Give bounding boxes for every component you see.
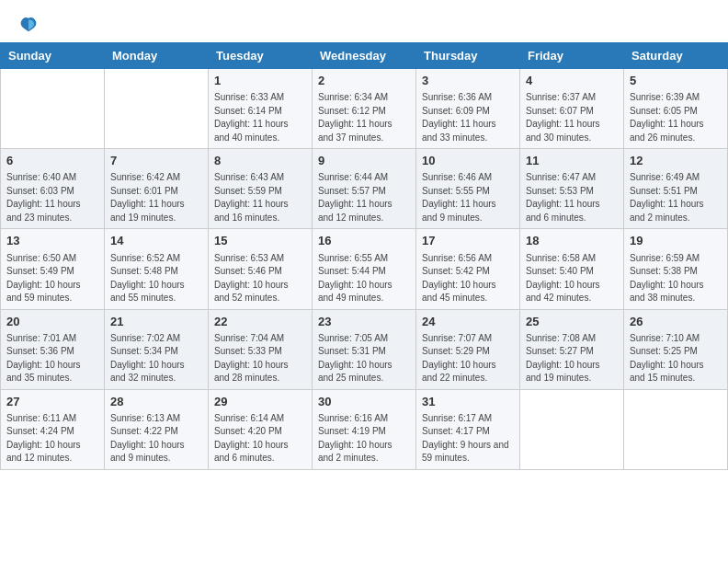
calendar-cell: 19Sunrise: 6:59 AM Sunset: 5:38 PM Dayli…	[624, 229, 728, 309]
day-info: Sunrise: 6:55 AM Sunset: 5:44 PM Dayligh…	[318, 252, 410, 305]
day-info: Sunrise: 6:40 AM Sunset: 6:03 PM Dayligh…	[6, 171, 98, 224]
calendar-cell	[520, 389, 624, 469]
calendar-cell: 14Sunrise: 6:52 AM Sunset: 5:48 PM Dayli…	[105, 229, 209, 309]
day-number: 16	[318, 233, 410, 249]
calendar-cell: 28Sunrise: 6:13 AM Sunset: 4:22 PM Dayli…	[105, 389, 209, 469]
day-number: 28	[110, 394, 202, 410]
day-number: 21	[110, 314, 202, 330]
logo	[18, 15, 42, 35]
day-info: Sunrise: 6:16 AM Sunset: 4:19 PM Dayligh…	[318, 412, 410, 465]
day-info: Sunrise: 6:34 AM Sunset: 6:12 PM Dayligh…	[318, 91, 410, 144]
day-number: 23	[318, 314, 410, 330]
calendar-cell: 10Sunrise: 6:46 AM Sunset: 5:55 PM Dayli…	[416, 149, 520, 229]
header-day: Friday	[520, 43, 624, 69]
day-number: 24	[422, 314, 514, 330]
day-info: Sunrise: 6:17 AM Sunset: 4:17 PM Dayligh…	[422, 412, 514, 465]
day-info: Sunrise: 6:43 AM Sunset: 5:59 PM Dayligh…	[214, 171, 306, 224]
day-number: 25	[526, 314, 618, 330]
day-info: Sunrise: 7:04 AM Sunset: 5:33 PM Dayligh…	[214, 332, 306, 385]
day-number: 2	[318, 73, 410, 89]
calendar-cell: 29Sunrise: 6:14 AM Sunset: 4:20 PM Dayli…	[209, 389, 313, 469]
calendar-table: SundayMondayTuesdayWednesdayThursdayFrid…	[0, 42, 728, 470]
calendar-cell: 1Sunrise: 6:33 AM Sunset: 6:14 PM Daylig…	[209, 69, 313, 149]
calendar-cell: 8Sunrise: 6:43 AM Sunset: 5:59 PM Daylig…	[209, 149, 313, 229]
day-info: Sunrise: 6:44 AM Sunset: 5:57 PM Dayligh…	[318, 171, 410, 224]
calendar-cell: 25Sunrise: 7:08 AM Sunset: 5:27 PM Dayli…	[520, 309, 624, 389]
calendar-cell: 31Sunrise: 6:17 AM Sunset: 4:17 PM Dayli…	[416, 389, 520, 469]
day-number: 12	[630, 153, 722, 169]
day-number: 31	[422, 394, 514, 410]
calendar-cell: 5Sunrise: 6:39 AM Sunset: 6:05 PM Daylig…	[624, 69, 728, 149]
day-number: 11	[526, 153, 618, 169]
logo-icon	[18, 15, 39, 35]
day-info: Sunrise: 7:05 AM Sunset: 5:31 PM Dayligh…	[318, 332, 410, 385]
calendar-week-row: 1Sunrise: 6:33 AM Sunset: 6:14 PM Daylig…	[1, 69, 728, 149]
day-info: Sunrise: 6:11 AM Sunset: 4:24 PM Dayligh…	[6, 412, 98, 465]
day-number: 27	[6, 394, 98, 410]
day-number: 26	[630, 314, 722, 330]
day-info: Sunrise: 6:49 AM Sunset: 5:51 PM Dayligh…	[630, 171, 722, 224]
day-number: 15	[214, 233, 306, 249]
calendar-cell: 4Sunrise: 6:37 AM Sunset: 6:07 PM Daylig…	[520, 69, 624, 149]
calendar-cell: 21Sunrise: 7:02 AM Sunset: 5:34 PM Dayli…	[105, 309, 209, 389]
header-day: Tuesday	[209, 43, 313, 69]
calendar-cell: 9Sunrise: 6:44 AM Sunset: 5:57 PM Daylig…	[313, 149, 416, 229]
day-info: Sunrise: 6:50 AM Sunset: 5:49 PM Dayligh…	[6, 252, 98, 305]
calendar-cell: 23Sunrise: 7:05 AM Sunset: 5:31 PM Dayli…	[313, 309, 416, 389]
day-info: Sunrise: 6:14 AM Sunset: 4:20 PM Dayligh…	[214, 412, 306, 465]
calendar-body: 1Sunrise: 6:33 AM Sunset: 6:14 PM Daylig…	[1, 69, 728, 470]
calendar-week-row: 6Sunrise: 6:40 AM Sunset: 6:03 PM Daylig…	[1, 149, 728, 229]
day-info: Sunrise: 6:52 AM Sunset: 5:48 PM Dayligh…	[110, 252, 202, 305]
header-day: Thursday	[416, 43, 520, 69]
calendar-cell: 7Sunrise: 6:42 AM Sunset: 6:01 PM Daylig…	[105, 149, 209, 229]
day-info: Sunrise: 6:46 AM Sunset: 5:55 PM Dayligh…	[422, 171, 514, 224]
calendar-week-row: 13Sunrise: 6:50 AM Sunset: 5:49 PM Dayli…	[1, 229, 728, 309]
day-info: Sunrise: 6:42 AM Sunset: 6:01 PM Dayligh…	[110, 171, 202, 224]
calendar-cell: 15Sunrise: 6:53 AM Sunset: 5:46 PM Dayli…	[209, 229, 313, 309]
day-number: 20	[6, 314, 98, 330]
day-info: Sunrise: 6:36 AM Sunset: 6:09 PM Dayligh…	[422, 91, 514, 144]
day-number: 17	[422, 233, 514, 249]
calendar-cell: 18Sunrise: 6:58 AM Sunset: 5:40 PM Dayli…	[520, 229, 624, 309]
calendar-cell	[624, 389, 728, 469]
day-number: 18	[526, 233, 618, 249]
day-number: 29	[214, 394, 306, 410]
day-number: 1	[214, 73, 306, 89]
day-number: 4	[526, 73, 618, 89]
day-info: Sunrise: 7:10 AM Sunset: 5:25 PM Dayligh…	[630, 332, 722, 385]
calendar-cell: 12Sunrise: 6:49 AM Sunset: 5:51 PM Dayli…	[624, 149, 728, 229]
day-info: Sunrise: 6:58 AM Sunset: 5:40 PM Dayligh…	[526, 252, 618, 305]
calendar-cell: 17Sunrise: 6:56 AM Sunset: 5:42 PM Dayli…	[416, 229, 520, 309]
day-info: Sunrise: 6:13 AM Sunset: 4:22 PM Dayligh…	[110, 412, 202, 465]
day-number: 8	[214, 153, 306, 169]
day-info: Sunrise: 7:07 AM Sunset: 5:29 PM Dayligh…	[422, 332, 514, 385]
calendar-cell	[1, 69, 105, 149]
calendar-cell: 16Sunrise: 6:55 AM Sunset: 5:44 PM Dayli…	[313, 229, 416, 309]
day-info: Sunrise: 6:59 AM Sunset: 5:38 PM Dayligh…	[630, 252, 722, 305]
calendar-cell: 26Sunrise: 7:10 AM Sunset: 5:25 PM Dayli…	[624, 309, 728, 389]
day-info: Sunrise: 6:37 AM Sunset: 6:07 PM Dayligh…	[526, 91, 618, 144]
calendar-cell: 20Sunrise: 7:01 AM Sunset: 5:36 PM Dayli…	[1, 309, 105, 389]
calendar-cell: 2Sunrise: 6:34 AM Sunset: 6:12 PM Daylig…	[313, 69, 416, 149]
day-number: 9	[318, 153, 410, 169]
header-day: Wednesday	[313, 43, 416, 69]
day-info: Sunrise: 6:47 AM Sunset: 5:53 PM Dayligh…	[526, 171, 618, 224]
calendar-cell: 3Sunrise: 6:36 AM Sunset: 6:09 PM Daylig…	[416, 69, 520, 149]
calendar-cell: 24Sunrise: 7:07 AM Sunset: 5:29 PM Dayli…	[416, 309, 520, 389]
day-info: Sunrise: 7:02 AM Sunset: 5:34 PM Dayligh…	[110, 332, 202, 385]
day-info: Sunrise: 7:08 AM Sunset: 5:27 PM Dayligh…	[526, 332, 618, 385]
calendar-cell	[105, 69, 209, 149]
header-row: SundayMondayTuesdayWednesdayThursdayFrid…	[1, 43, 728, 69]
calendar-cell: 30Sunrise: 6:16 AM Sunset: 4:19 PM Dayli…	[313, 389, 416, 469]
day-number: 5	[630, 73, 722, 89]
day-info: Sunrise: 6:53 AM Sunset: 5:46 PM Dayligh…	[214, 252, 306, 305]
header-day: Monday	[105, 43, 209, 69]
header-day: Sunday	[1, 43, 105, 69]
header-day: Saturday	[624, 43, 728, 69]
day-info: Sunrise: 6:33 AM Sunset: 6:14 PM Dayligh…	[214, 91, 306, 144]
day-info: Sunrise: 7:01 AM Sunset: 5:36 PM Dayligh…	[6, 332, 98, 385]
day-number: 7	[110, 153, 202, 169]
calendar-cell: 13Sunrise: 6:50 AM Sunset: 5:49 PM Dayli…	[1, 229, 105, 309]
day-number: 19	[630, 233, 722, 249]
day-number: 22	[214, 314, 306, 330]
